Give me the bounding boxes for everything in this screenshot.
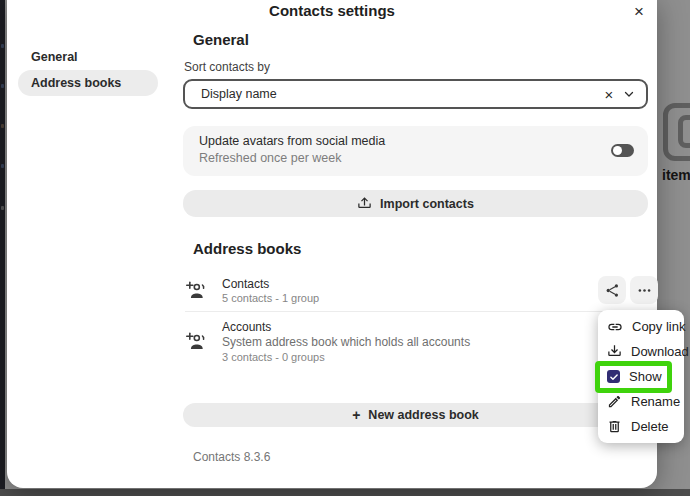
import-contacts-label: Import contacts	[380, 197, 474, 211]
menu-item-label: Copy link	[632, 319, 685, 334]
background-bottom-bar	[0, 489, 690, 496]
nav-dot	[1, 84, 4, 88]
address-book-meta: 3 contacts - 0 groups	[222, 351, 325, 363]
new-address-book-button[interactable]: + New address book	[183, 403, 648, 427]
sort-select[interactable]: Display name ×	[183, 79, 648, 109]
more-actions-button[interactable]	[630, 276, 658, 304]
nav-dot	[1, 124, 4, 128]
avatars-card: Update avatars from social media Refresh…	[183, 126, 648, 176]
address-book-name: Contacts	[222, 277, 269, 291]
chevron-down-icon[interactable]	[622, 87, 636, 101]
nav-dot	[1, 206, 4, 210]
sidebar-item-label: General	[31, 50, 78, 64]
download-icon	[607, 344, 622, 359]
sidebar-item-label: Address books	[31, 76, 121, 90]
nav-dot	[1, 44, 4, 48]
sidebar-item-address-books[interactable]: Address books	[18, 70, 158, 96]
address-book-row-contacts: Contacts 5 contacts - 1 group	[183, 274, 648, 308]
address-book-row-accounts: Accounts System address book which holds…	[183, 318, 648, 368]
menu-item-label: Show	[629, 369, 662, 384]
app-navigation-strip	[0, 0, 5, 496]
more-dots-icon	[636, 282, 653, 299]
trash-icon	[607, 419, 622, 434]
background-partial-text: item	[662, 167, 690, 183]
share-icon	[604, 282, 621, 299]
address-book-context-menu: Copy link Download Show Rename Delete	[598, 310, 684, 443]
import-contacts-button[interactable]: Import contacts	[183, 190, 648, 217]
menu-item-show[interactable]: Show	[598, 364, 684, 389]
avatars-card-title: Update avatars from social media	[199, 134, 385, 148]
general-heading: General	[193, 31, 249, 48]
menu-item-copy-link[interactable]: Copy link	[598, 314, 684, 339]
menu-item-rename[interactable]: Rename	[598, 389, 684, 414]
row-divider	[185, 311, 648, 312]
menu-item-label: Rename	[631, 394, 680, 409]
plus-icon: +	[352, 407, 360, 423]
background-emptystate-icon-inner	[678, 115, 690, 148]
menu-item-label: Delete	[631, 419, 669, 434]
avatars-toggle[interactable]	[611, 144, 634, 157]
checkbox-checked-icon	[607, 370, 620, 383]
sidebar-item-general[interactable]: General	[18, 44, 158, 70]
sort-select-value: Display name	[201, 87, 596, 101]
upload-icon	[357, 196, 372, 211]
menu-item-label: Download	[631, 344, 689, 359]
address-book-name: Accounts	[222, 320, 271, 334]
address-book-meta: 5 contacts - 1 group	[222, 292, 319, 304]
share-button[interactable]	[598, 276, 626, 304]
pencil-icon	[607, 394, 622, 409]
toggle-knob	[613, 146, 622, 155]
contacts-settings-dialog: Contacts settings × General Address book…	[7, 0, 657, 488]
menu-item-download[interactable]: Download	[598, 339, 684, 364]
clear-icon[interactable]: ×	[596, 86, 622, 103]
app-version: Contacts 8.3.6	[193, 450, 270, 464]
screen: item Contacts settings × General Address…	[0, 0, 690, 496]
address-books-heading: Address books	[193, 240, 301, 257]
nav-dot	[1, 164, 4, 168]
avatars-card-subtitle: Refreshed once per week	[199, 151, 341, 165]
address-book-description: System address book which holds all acco…	[222, 335, 470, 349]
link-icon	[607, 319, 623, 335]
settings-content: General Sort contacts by Display name × …	[183, 0, 648, 488]
account-multiple-plus-icon	[185, 280, 206, 305]
account-multiple-plus-icon	[185, 331, 206, 356]
menu-item-delete[interactable]: Delete	[598, 414, 684, 439]
sort-contacts-label: Sort contacts by	[184, 60, 270, 74]
new-address-book-label: New address book	[368, 408, 478, 422]
